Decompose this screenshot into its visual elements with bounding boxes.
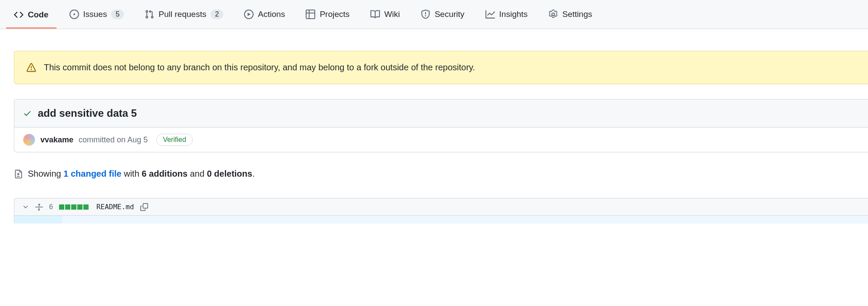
git-pull-request-icon [145, 10, 154, 19]
tab-settings[interactable]: Settings [539, 0, 602, 29]
file-diff-icon [14, 170, 23, 178]
diffstat-and: and [190, 169, 205, 178]
alert-icon [26, 63, 36, 72]
gear-icon [548, 10, 558, 19]
file-diff-header: 6 README.md [14, 198, 868, 216]
copy-icon[interactable] [140, 203, 148, 211]
diffstat-period: . [252, 169, 255, 178]
commit-time: committed on Aug 5 [79, 135, 148, 145]
file-name-link[interactable]: README.md [96, 203, 134, 211]
commit-title: add sensitive data 5 [38, 107, 137, 119]
tab-settings-label: Settings [562, 10, 592, 19]
tab-actions-label: Actions [258, 10, 285, 19]
tab-insights-label: Insights [499, 10, 528, 19]
tab-projects-label: Projects [320, 10, 350, 19]
commit-header-box: add sensitive data 5 vvakame committed o… [14, 99, 868, 152]
table-icon [306, 10, 315, 19]
repo-tabnav: Code Issues 5 Pull requests 2 Actions Pr… [0, 0, 868, 29]
diff-hunk-expand-row[interactable] [14, 216, 868, 224]
graph-icon [485, 10, 495, 19]
tab-code-label: Code [28, 10, 49, 20]
tab-insights[interactable]: Insights [476, 0, 537, 29]
issue-opened-icon [69, 10, 79, 19]
unfold-icon[interactable] [35, 203, 43, 211]
tab-projects[interactable]: Projects [296, 0, 359, 29]
tab-security-label: Security [435, 10, 465, 19]
shield-icon [421, 10, 430, 19]
warning-text: This commit does not belong to any branc… [44, 63, 475, 72]
pulls-count: 2 [211, 10, 223, 19]
tab-issues-label: Issues [83, 10, 107, 19]
tab-wiki-label: Wiki [384, 10, 400, 19]
book-icon [370, 10, 380, 19]
tab-pulls-label: Pull requests [158, 10, 206, 19]
tab-code[interactable]: Code [4, 0, 58, 28]
commit-title-row: add sensitive data 5 [14, 99, 868, 128]
tab-actions[interactable]: Actions [234, 0, 294, 29]
diffstat-summary: Showing 1 changed file with 6 additions … [14, 169, 868, 179]
diffstat-with: with [124, 169, 139, 178]
issues-count: 5 [111, 10, 124, 19]
diffstat-blocks [59, 204, 89, 210]
chevron-down-icon[interactable] [22, 204, 29, 211]
avatar[interactable] [23, 134, 35, 146]
play-icon [244, 10, 254, 19]
tab-security[interactable]: Security [411, 0, 474, 29]
diffstat-deletions: 0 deletions [207, 169, 252, 178]
commit-meta-row: vvakame committed on Aug 5 Verified [14, 128, 868, 152]
file-change-count: 6 [49, 203, 53, 211]
code-icon [14, 10, 23, 20]
tab-wiki[interactable]: Wiki [361, 0, 409, 29]
tab-issues[interactable]: Issues 5 [60, 0, 134, 29]
verified-badge[interactable]: Verified [156, 134, 192, 146]
diffstat-showing: Showing [28, 169, 61, 178]
check-icon[interactable] [23, 109, 32, 118]
diffstat-additions: 6 additions [142, 169, 188, 178]
commit-author-link[interactable]: vvakame [40, 135, 73, 145]
changed-files-link[interactable]: 1 changed file [63, 169, 121, 178]
detached-commit-warning: This commit does not belong to any branc… [14, 51, 868, 84]
tab-pull-requests[interactable]: Pull requests 2 [135, 0, 233, 29]
